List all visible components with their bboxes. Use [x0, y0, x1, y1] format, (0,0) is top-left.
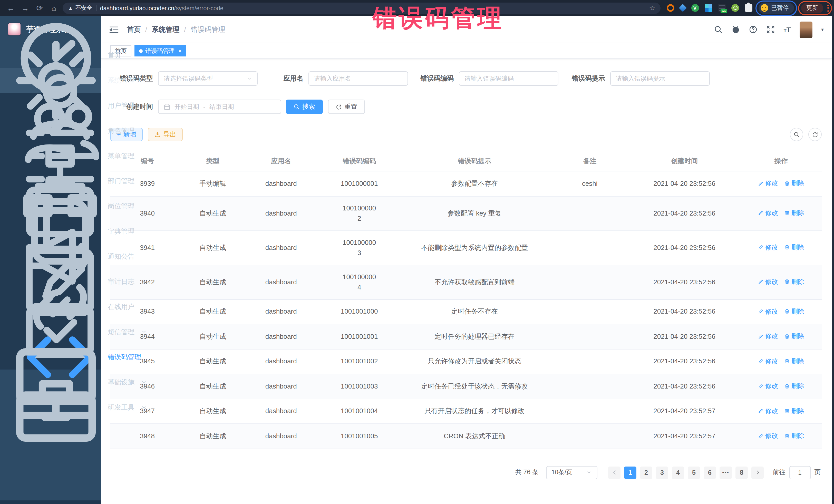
- edit-link[interactable]: 修改: [758, 381, 778, 391]
- sidebar-item-dev-tools[interactable]: 研发工具: [0, 395, 101, 420]
- github-icon[interactable]: [731, 25, 740, 34]
- browser-back-icon[interactable]: ←: [5, 2, 17, 14]
- page-button-5[interactable]: 5: [688, 466, 700, 479]
- browser-forward-icon[interactable]: →: [20, 2, 31, 14]
- delete-link[interactable]: 删除: [784, 178, 804, 188]
- actions-cell: 修改删除: [741, 231, 822, 265]
- search-button[interactable]: 搜索: [286, 100, 323, 114]
- edit-link[interactable]: 修改: [758, 306, 778, 316]
- browser-update-button[interactable]: 更新: [801, 3, 823, 13]
- edit-link[interactable]: 修改: [758, 277, 778, 287]
- user-avatar[interactable]: [799, 21, 812, 38]
- actions-cell: 修改删除: [741, 349, 822, 374]
- browser-home-icon[interactable]: ⌂: [48, 2, 60, 14]
- type-cell: 自动生成: [184, 349, 241, 374]
- profile-paused-chip[interactable]: 已暂停: [758, 2, 794, 14]
- chevron-down-icon: [141, 329, 147, 335]
- remark-cell: [551, 299, 628, 324]
- extensions-puzzle-icon[interactable]: [744, 4, 752, 12]
- remark-cell: [551, 424, 628, 448]
- extensions-row: V on: [663, 4, 755, 12]
- not-secure-badge[interactable]: ▲ 不安全: [68, 4, 92, 12]
- delete-link[interactable]: 删除: [784, 431, 804, 441]
- extension-icon-5[interactable]: [731, 4, 739, 12]
- error-type-select[interactable]: 请选择错误码类型: [158, 71, 258, 86]
- next-page-button[interactable]: [751, 466, 764, 479]
- tab-错误码管理[interactable]: 错误码管理×: [134, 45, 186, 57]
- sidebar-item-label: 短信管理: [108, 327, 134, 336]
- hamburger-icon[interactable]: [109, 26, 118, 33]
- delete-link[interactable]: 删除: [784, 406, 804, 416]
- app-name-input[interactable]: [308, 71, 408, 86]
- reset-button[interactable]: 重置: [328, 100, 365, 114]
- help-icon[interactable]: [749, 25, 758, 34]
- refresh-icon: [812, 131, 818, 137]
- page-button-4[interactable]: 4: [672, 466, 684, 479]
- edit-link[interactable]: 修改: [758, 178, 778, 188]
- delete-link[interactable]: 删除: [784, 208, 804, 218]
- prev-page-button[interactable]: [608, 466, 620, 479]
- edit-link[interactable]: 修改: [758, 242, 778, 253]
- browser-menu-icon[interactable]: [827, 4, 829, 12]
- edit-link[interactable]: 修改: [758, 406, 778, 416]
- remark-cell: [551, 265, 628, 299]
- page-size-select[interactable]: 10条/页: [546, 466, 597, 479]
- delete-link[interactable]: 删除: [784, 306, 804, 316]
- page-button-2[interactable]: 2: [640, 466, 652, 479]
- header-search-icon[interactable]: [714, 25, 723, 34]
- page-button-3[interactable]: 3: [656, 466, 668, 479]
- extension-icon-3[interactable]: [704, 4, 712, 12]
- page-button-1[interactable]: 1: [624, 466, 636, 479]
- edit-link[interactable]: 修改: [758, 331, 778, 341]
- extension-icon-1[interactable]: [666, 4, 674, 12]
- edit-link[interactable]: 修改: [758, 431, 778, 441]
- window-scrollbar[interactable]: [832, 0, 834, 504]
- edit-link[interactable]: 修改: [758, 356, 778, 366]
- vue-devtools-icon[interactable]: V: [691, 4, 699, 12]
- delete-link[interactable]: 删除: [784, 381, 804, 391]
- browser-reload-icon[interactable]: ⟳: [34, 2, 45, 14]
- type-cell: 自动生成: [184, 299, 241, 324]
- address-bar[interactable]: ▲ 不安全 dashboard.yudao.iocoder.cn/system/…: [63, 2, 660, 14]
- error-message-input[interactable]: [610, 71, 710, 86]
- screen: ← → ⟳ ⌂ ▲ 不安全 dashboard.yudao.iocoder.cn…: [0, 0, 834, 504]
- edit-link[interactable]: 修改: [758, 208, 778, 218]
- app-cell: dashboard: [241, 399, 321, 424]
- pen-icon: [758, 308, 764, 314]
- fullscreen-icon[interactable]: [766, 25, 775, 34]
- column-header: 错误码提示: [398, 151, 551, 171]
- pen-icon: [758, 433, 764, 439]
- bookmark-star-icon[interactable]: ☆: [649, 4, 655, 12]
- page-button-8[interactable]: 8: [736, 466, 748, 479]
- page-ellipsis[interactable]: •••: [720, 466, 732, 479]
- page-button-6[interactable]: 6: [704, 466, 716, 479]
- sidebar-footer-bar: [0, 500, 101, 504]
- show-search-toggle-button[interactable]: [790, 128, 803, 141]
- active-dot-icon: [139, 49, 143, 52]
- trash-icon: [784, 383, 790, 389]
- delete-link[interactable]: 删除: [784, 242, 804, 253]
- breadcrumb-item[interactable]: 首页: [127, 25, 140, 34]
- extension-icon-2[interactable]: [679, 4, 686, 12]
- code-cell: 1001000001: [321, 171, 397, 196]
- error-code-input[interactable]: [459, 71, 558, 86]
- sidebar-item-label: 菜单管理: [108, 151, 134, 160]
- breadcrumb-item[interactable]: 系统管理: [152, 25, 180, 34]
- code-cell: 100100000 4: [321, 265, 397, 299]
- refresh-table-button[interactable]: [808, 128, 822, 141]
- delete-link[interactable]: 删除: [784, 331, 804, 341]
- trash-icon: [784, 433, 790, 439]
- delete-link[interactable]: 删除: [784, 356, 804, 366]
- app-cell: dashboard: [241, 265, 321, 299]
- close-icon[interactable]: ×: [178, 48, 182, 53]
- message-cell: 只允许修改为开启或者关闭状态: [398, 349, 551, 374]
- delete-link[interactable]: 删除: [784, 277, 804, 287]
- sidebar-item-label: 岗位管理: [108, 201, 134, 211]
- date-range-picker[interactable]: 开始日期 - 结束日期: [158, 100, 281, 114]
- pen-icon: [758, 245, 764, 250]
- page-jump-input[interactable]: [789, 466, 811, 479]
- avatar-caret-icon[interactable]: ▾: [821, 27, 824, 32]
- font-size-icon[interactable]: TT: [784, 26, 791, 33]
- export-button[interactable]: 导出: [148, 128, 183, 141]
- extension-icon-4[interactable]: on: [718, 4, 725, 12]
